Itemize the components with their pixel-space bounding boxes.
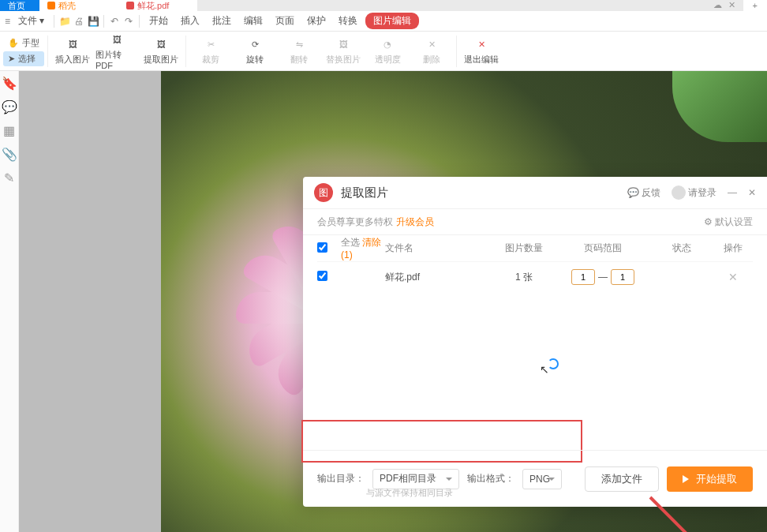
undo-icon[interactable]: ↶ — [109, 16, 120, 27]
comment-icon[interactable]: 💬 — [2, 99, 17, 114]
document-canvas[interactable]: 图 提取图片 💬反馈 请登录 — ✕ 会员尊享更多特权 升级会员 ⚙默认设置 全… — [19, 71, 767, 532]
print-icon[interactable]: 🖨 — [73, 16, 84, 27]
crop-icon: ✂ — [203, 36, 219, 52]
output-fmt-select[interactable]: PNG — [522, 469, 562, 489]
tab-home[interactable]: 首页 — [0, 0, 39, 11]
row-checkbox[interactable] — [317, 271, 327, 281]
col-range: 页码范围 — [556, 242, 650, 255]
menu-protect[interactable]: 保护 — [302, 13, 331, 29]
menu-page[interactable]: 页面 — [271, 13, 299, 29]
output-dir-note: 与源文件保持相同目录 — [366, 487, 453, 499]
dialog-close-button[interactable]: ✕ — [748, 187, 756, 198]
tool-flip: ⇋翻转 — [278, 32, 320, 70]
menu-start[interactable]: 开始 — [144, 13, 173, 29]
tool-hand[interactable]: ✋手型 — [3, 36, 44, 51]
tool-select[interactable]: ➤选择 — [3, 51, 44, 66]
tool-crop: ✂裁剪 — [189, 32, 232, 70]
chat-icon: 💬 — [627, 187, 639, 198]
dialog-logo-icon: 图 — [314, 183, 333, 202]
select-all-label[interactable]: 全选 — [341, 237, 360, 248]
range-from-input[interactable] — [571, 269, 595, 285]
dialog-subheader: 会员尊享更多特权 升级会员 ⚙默认设置 — [303, 208, 767, 235]
dialog-footer: 输出目录： PDF相同目录 输出格式： PNG 与源文件保持相同目录 添加文件 … — [303, 450, 767, 507]
plus-icon: + — [753, 1, 758, 10]
menu-convert[interactable]: 转换 — [334, 13, 362, 29]
toolbar: ✋手型 ➤选择 🖼插入图片 🖼图片转PDF 🖼提取图片 ✂裁剪 ⟳旋转 ⇋翻转 … — [0, 32, 767, 71]
tool-exit-edit[interactable]: ✕退出编辑 — [460, 32, 503, 70]
member-text: 会员尊享更多特权 — [317, 215, 393, 229]
image-pdf-icon: 🖼 — [109, 32, 125, 47]
attachment-icon[interactable]: 📎 — [2, 147, 17, 161]
output-dir-select[interactable]: PDF相同目录 — [372, 469, 459, 489]
col-status: 状态 — [650, 242, 713, 255]
dialog-minimize-button[interactable]: — — [728, 187, 737, 198]
menu-bar: ≡ 文件 ▾ 📁 🖨 💾 ↶ ↷ 开始 插入 批注 编辑 页面 保护 转换 图片… — [0, 11, 767, 32]
image-plus-icon: 🖼 — [65, 36, 80, 52]
pdf-icon — [126, 2, 134, 9]
tab-close-icon[interactable]: ✕ — [728, 0, 735, 10]
upgrade-link[interactable]: 升级会员 — [396, 215, 434, 229]
left-sidebar: 🔖 💬 ▦ 📎 ✎ — [0, 71, 19, 532]
gear-icon: ⚙ — [704, 216, 713, 227]
main-area: 🔖 💬 ▦ 📎 ✎ 图 提取图片 💬反馈 请登录 — ✕ — [0, 71, 767, 532]
menu-file[interactable]: 文件 ▾ — [13, 13, 49, 29]
extract-image-dialog: 图 提取图片 💬反馈 请登录 — ✕ 会员尊享更多特权 升级会员 ⚙默认设置 全… — [303, 177, 767, 507]
row-imgcount: 1 张 — [492, 271, 556, 284]
dialog-header: 图 提取图片 💬反馈 请登录 — ✕ — [303, 177, 767, 208]
tab-file-label: 鲜花.pdf — [137, 0, 169, 12]
hand-icon: ✋ — [8, 38, 19, 48]
add-file-button[interactable]: 添加文件 — [585, 466, 659, 492]
table-header: 全选 清除(1) 文件名 图片数量 页码范围 状态 操作 — [317, 235, 753, 262]
exit-icon: ✕ — [473, 36, 489, 52]
feedback-link[interactable]: 💬反馈 — [627, 186, 660, 200]
delete-icon: ✕ — [424, 36, 440, 52]
default-settings-link[interactable]: ⚙默认设置 — [704, 215, 753, 229]
tab-home-label: 首页 — [8, 0, 25, 12]
output-dir-label: 输出目录： — [317, 472, 365, 485]
row-filename: 鲜花.pdf — [385, 271, 492, 284]
cloud-sync-icon[interactable]: ☁ — [713, 0, 722, 10]
tab-bar: 首页 稻壳 鲜花.pdf ☁ ✕ + — [0, 0, 767, 11]
menu-insert[interactable]: 插入 — [176, 13, 204, 29]
menu-image-edit[interactable]: 图片编辑 — [365, 13, 419, 29]
output-fmt-label: 输出格式： — [467, 472, 514, 485]
open-icon[interactable]: 📁 — [59, 16, 70, 27]
flip-icon: ⇋ — [291, 36, 307, 52]
login-link[interactable]: 请登录 — [672, 185, 716, 200]
dialog-title: 提取图片 — [341, 185, 388, 200]
save-icon[interactable]: 💾 — [88, 16, 99, 27]
row-delete-icon[interactable]: ✕ — [728, 271, 738, 283]
thumbnail-icon[interactable]: ▦ — [2, 123, 17, 137]
col-imgcount: 图片数量 — [492, 242, 556, 255]
menu-annotate[interactable]: 批注 — [208, 13, 236, 29]
tool-replace-image: 🖼替换图片 — [322, 32, 365, 70]
tab-new[interactable]: + — [743, 0, 767, 11]
tool-extract-image[interactable]: 🖼提取图片 — [140, 32, 182, 70]
range-to-input[interactable] — [611, 269, 634, 285]
signature-icon[interactable]: ✎ — [2, 170, 17, 185]
hamburger-icon[interactable]: ≡ — [5, 16, 10, 27]
file-table: 全选 清除(1) 文件名 图片数量 页码范围 状态 操作 鲜花.pdf 1 张 … — [303, 235, 767, 450]
rotate-icon: ⟳ — [247, 36, 263, 52]
tool-insert-image[interactable]: 🖼插入图片 — [51, 32, 94, 70]
start-extract-button[interactable]: 开始提取 — [667, 466, 753, 492]
avatar-icon — [672, 185, 686, 200]
tool-opacity: ◔透明度 — [366, 32, 409, 70]
fire-icon — [47, 2, 55, 9]
bookmark-icon[interactable]: 🔖 — [2, 76, 17, 90]
tool-rotate[interactable]: ⟳旋转 — [234, 32, 276, 70]
pointer-icon: ➤ — [8, 54, 15, 64]
opacity-icon: ◔ — [380, 36, 395, 52]
cursor-indicator: ↖ — [540, 363, 549, 376]
menu-edit[interactable]: 编辑 — [239, 13, 268, 29]
tool-img-to-pdf[interactable]: 🖼图片转PDF — [95, 32, 138, 70]
tab-daoker[interactable]: 稻壳 — [39, 0, 118, 11]
tab-file[interactable]: 鲜花.pdf — [118, 0, 197, 11]
tab-daoker-label: 稻壳 — [58, 0, 76, 12]
redo-icon[interactable]: ↷ — [123, 16, 134, 27]
select-all-checkbox[interactable] — [317, 242, 327, 253]
col-filename: 文件名 — [385, 242, 492, 255]
table-row: 鲜花.pdf 1 张 — ✕ — [317, 262, 753, 292]
replace-icon: 🖼 — [335, 36, 351, 52]
tool-delete: ✕删除 — [410, 32, 453, 70]
